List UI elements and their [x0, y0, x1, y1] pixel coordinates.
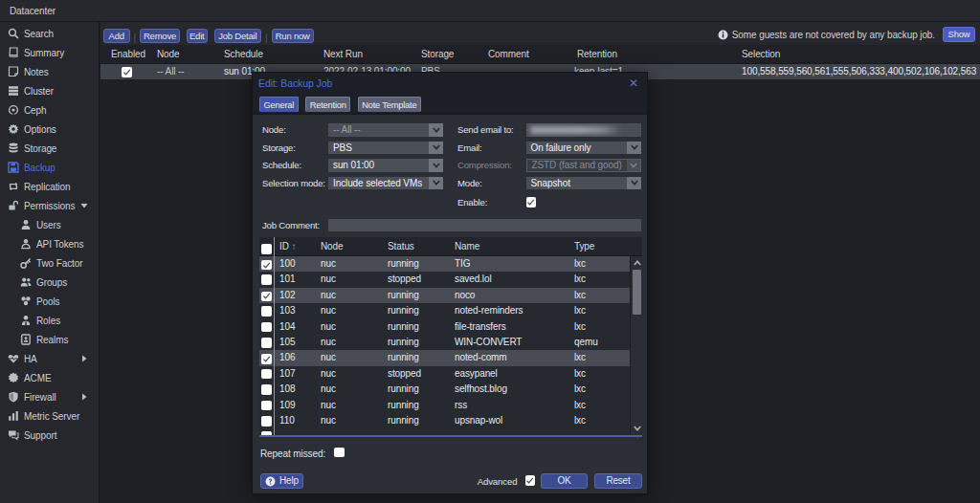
sidebar-item-roles[interactable]: Roles	[0, 311, 99, 330]
sidebar-item-permissions[interactable]: Permissions	[0, 196, 99, 215]
sidebar-item-api-tokens[interactable]: API Tokens	[0, 234, 99, 253]
chevron-down-icon[interactable]	[627, 142, 641, 155]
sidebar-item-pools[interactable]: Pools	[0, 292, 99, 311]
caret-right-icon[interactable]	[80, 393, 88, 401]
vm-type-cell: lxc	[574, 272, 586, 287]
sidebar-item-storage[interactable]: Storage	[0, 139, 99, 158]
sidebar-item-notes[interactable]: Notes	[0, 62, 99, 81]
sidebar-item-ceph[interactable]: Ceph	[0, 100, 99, 120]
vm-column-status[interactable]: Status	[388, 237, 414, 256]
chevron-down-icon[interactable]	[429, 123, 443, 137]
vm-name-cell: TIG	[455, 256, 470, 272]
vm-column-id[interactable]: ID ↑	[279, 237, 296, 256]
jobs-column-schedule[interactable]: Schedule	[224, 45, 263, 64]
jobs-column-next-run[interactable]: Next Run	[323, 45, 363, 64]
vm-column-node[interactable]: Node	[321, 237, 344, 256]
checkbox-checked-icon	[122, 67, 132, 77]
vm-grid-row[interactable]: 102 nuc running noco lxc	[259, 288, 642, 303]
vm-grid-scrollbar[interactable]	[630, 256, 642, 435]
tab-note-template[interactable]: Note Template	[358, 97, 421, 112]
sidebar-item-summary[interactable]: Summary	[0, 43, 99, 62]
advanced-checkbox[interactable]	[525, 475, 536, 487]
sidebar-item-cluster[interactable]: Cluster	[0, 81, 99, 100]
chevron-down-icon[interactable]	[429, 159, 443, 172]
sidebar-item-users[interactable]: Users	[0, 215, 99, 234]
sidebar-item-ha[interactable]: HA	[0, 349, 99, 368]
job-enabled-checkbox[interactable]	[122, 66, 132, 81]
vm-grid-row[interactable]: 103 nuc running noted-reminders lxc	[259, 303, 642, 318]
tab-general[interactable]: General	[259, 97, 299, 112]
jobs-column-enabled[interactable]: Enabled	[111, 45, 145, 64]
vm-grid-row[interactable]: 107 nuc stopped easypanel lxc	[259, 366, 642, 382]
vm-grid-row[interactable]	[259, 428, 642, 435]
job-comment-field[interactable]	[328, 219, 641, 232]
close-icon[interactable]: ✕	[629, 78, 638, 89]
jobs-column-comment[interactable]: Comment	[488, 45, 529, 64]
sidebar-item-label: Support	[24, 430, 56, 441]
node-combo[interactable]: -- All --	[328, 123, 443, 137]
checkbox-unchecked-icon	[261, 306, 272, 317]
scroll-up-icon[interactable]	[631, 257, 643, 269]
show-button[interactable]: Show	[943, 27, 975, 42]
select-all-checkbox[interactable]	[261, 242, 272, 252]
help-button[interactable]: Help	[260, 473, 303, 489]
vm-column-name[interactable]: Name	[455, 237, 479, 256]
repeat-missed-checkbox[interactable]	[334, 448, 345, 460]
scrollbar-thumb[interactable]	[633, 270, 641, 315]
selection-mode-combo[interactable]: Include selected VMs	[328, 177, 443, 190]
caret-right-icon[interactable]	[80, 355, 88, 362]
vm-grid-row[interactable]: 105 nuc running WIN-CONVERT qemu	[259, 335, 642, 350]
reset-button[interactable]: Reset	[594, 473, 642, 489]
caret-down-icon[interactable]	[80, 202, 88, 209]
sidebar-item-metric-server[interactable]: Metric Server	[0, 406, 99, 426]
sidebar-item-groups[interactable]: Groups	[0, 273, 99, 292]
sidebar-item-label: HA	[24, 354, 37, 364]
enable-checkbox[interactable]	[526, 197, 537, 208]
sidebar-item-search[interactable]: Search	[0, 24, 99, 43]
enable-label: Enable:	[457, 196, 487, 209]
vm-grid-row[interactable]: 101 nuc stopped saved.lol lxc	[259, 272, 642, 287]
sidebar-item-firewall[interactable]: Firewall	[0, 387, 99, 406]
vm-status-cell: running	[388, 319, 419, 335]
send-email-field[interactable]	[526, 123, 642, 137]
sidebar-item-realms[interactable]: Realms	[0, 330, 99, 349]
scroll-down-icon[interactable]	[631, 423, 643, 434]
storage-combo[interactable]: PBS	[328, 142, 443, 155]
sidebar-item-acme[interactable]: ACME	[0, 368, 99, 387]
vm-grid-row[interactable]: 108 nuc running selfhost.blog lxc	[259, 382, 642, 397]
vm-column-type[interactable]: Type	[574, 237, 594, 256]
mode-combo[interactable]: Snapshot	[526, 177, 642, 190]
email-when-combo[interactable]: On failure only	[526, 142, 642, 155]
vm-id-cell: 103	[279, 303, 295, 318]
jobs-column-retention[interactable]: Retention	[577, 45, 617, 64]
sidebar-item-replication[interactable]: Replication	[0, 177, 99, 196]
chevron-down-icon[interactable]	[627, 177, 641, 190]
sidebar-item-support[interactable]: Support	[0, 426, 99, 445]
jobs-column-selection[interactable]: Selection	[742, 45, 780, 64]
sidebar-item-backup[interactable]: Backup	[0, 158, 99, 177]
jobs-column-node[interactable]: Node	[157, 45, 180, 64]
run-now-button[interactable]: Run now	[272, 29, 315, 43]
vm-grid-row[interactable]: 100 nuc running TIG lxc	[259, 256, 642, 272]
ok-button[interactable]: OK	[541, 473, 588, 489]
vm-status-cell: running	[388, 350, 419, 365]
chevron-down-icon[interactable]	[429, 177, 443, 190]
dialog-body: Node: -- All -- Storage: PBS Schedule: s…	[253, 116, 647, 495]
vm-grid-row[interactable]: 109 nuc running rss lxc	[259, 398, 642, 413]
vm-grid-row[interactable]: 110 nuc running upsnap-wol lxc	[259, 413, 642, 428]
sidebar-item-label: Replication	[24, 182, 70, 192]
remove-button[interactable]: Remove	[140, 29, 180, 43]
edit-button[interactable]: Edit	[187, 29, 208, 43]
vm-row-checkbox[interactable]	[261, 431, 272, 435]
chevron-down-icon[interactable]	[429, 142, 443, 155]
job-detail-button[interactable]: Job Detail	[214, 29, 262, 43]
schedule-combo[interactable]: sun 01:00	[328, 159, 443, 172]
checkbox-unchecked-icon	[261, 274, 272, 285]
jobs-column-storage[interactable]: Storage	[421, 45, 454, 64]
vm-grid-row[interactable]: 104 nuc running file-transfers lxc	[259, 319, 642, 335]
sidebar-item-two-factor[interactable]: Two Factor	[0, 253, 99, 273]
sidebar-item-options[interactable]: Options	[0, 120, 99, 139]
vm-grid-row[interactable]: 106 nuc running noted-comm lxc	[259, 350, 642, 365]
add-button[interactable]: Add	[103, 29, 130, 43]
tab-retention[interactable]: Retention	[305, 97, 350, 112]
